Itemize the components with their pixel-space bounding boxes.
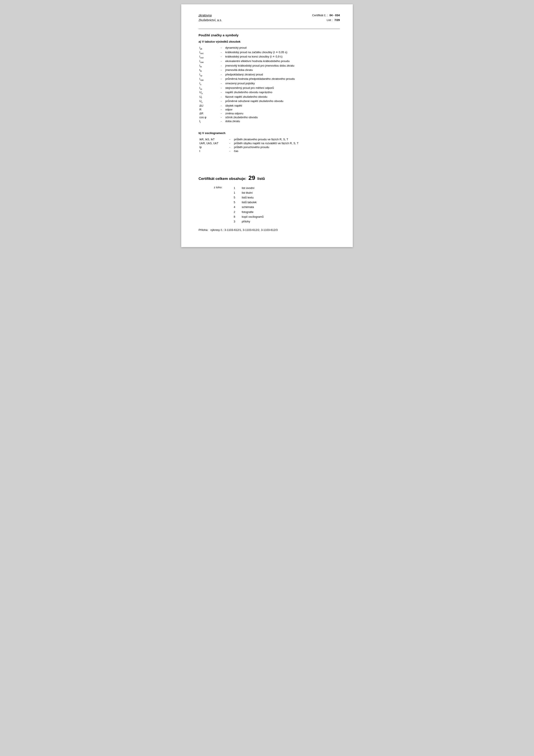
dash-cell: - (227, 145, 233, 149)
cert-details: z toho: 11554283 list úvodnílist titulní… (207, 186, 340, 224)
dash-cell: - (218, 90, 224, 95)
table-row: Icw2-krátkodobý proud na konci zkoušky (… (198, 55, 340, 59)
dash-cell: - (218, 95, 224, 99)
dash-cell: - (227, 149, 233, 153)
detail-text: list titulní (242, 190, 285, 195)
detail-number: 5 (229, 200, 235, 205)
dash-cell: - (218, 68, 224, 73)
dash-cell: - (218, 99, 224, 104)
priloha-value: výkresy č.: 3-1103-612/1, 3-1103-612/2, … (210, 228, 278, 231)
section-b: b) V oscilogramech IkR, IkS, IkT-průběh … (198, 131, 340, 153)
table-row: Icp-předpokládaný zkratový proud (198, 72, 340, 77)
description-cell: krátkodobý proud na začátku zkoušky (t ≐… (224, 50, 340, 55)
symbol-cell: Ipk (198, 46, 218, 50)
table-row: Ua-napětí zkušebního obvodu naprázdno (198, 90, 340, 95)
description-cell: průběh zkratového proudu ve fázích R, S,… (233, 137, 340, 141)
symbol-cell: UkR, UkS, UkT (198, 141, 227, 145)
description-cell: účiník zkušebního obvodu (224, 116, 340, 119)
document-page: zkratovna Zkušebnictví, a.s. Certifikát … (181, 4, 353, 247)
dash-cell: - (218, 55, 224, 59)
detail-text: schémata (242, 205, 285, 209)
symbol-cell: ΔR (198, 112, 218, 116)
table-row: UkR, UkS, UkT-průběh úbytku napětí na ro… (198, 141, 340, 145)
cert-total-number: 29 (248, 175, 255, 181)
header-cert-info: Certifikát č. : 04 - 034 List : 7/29 (312, 13, 340, 22)
description-cell: jmenovitá doba zkratu (224, 68, 340, 73)
dash-cell: - (218, 119, 224, 124)
table-row: Uf-fázové napětí zkušebního obvodu (198, 95, 340, 99)
from-that-label: z toho: (207, 186, 222, 224)
symbol-cell: tth (198, 68, 218, 73)
symbol-cell: Icw2 (198, 55, 218, 59)
description-cell: úbytek napětí (224, 104, 340, 108)
cert-total-unit: listů (257, 176, 265, 181)
detail-text: fotografie (242, 210, 285, 214)
details-texts: list úvodnílist titulnílistů textulistů … (242, 186, 285, 224)
symbol-cell: IkR, IkS, IkT (198, 137, 227, 141)
table-row: Icw1-krátkodobý proud na začátku zkoušky… (198, 50, 340, 55)
symbol-cell: ti (198, 119, 218, 124)
symbol-cell: Icwe (198, 59, 218, 64)
detail-text: list úvodní (242, 186, 285, 190)
dash-cell: - (218, 108, 224, 112)
symbol-cell: cos φ (198, 116, 218, 119)
symbol-cell: Icw1 (198, 50, 218, 55)
table-row: Ip-průběh poruchového proudu (198, 145, 340, 149)
description-cell: průběh úbytku napětí na rozváděči ve fáz… (233, 141, 340, 145)
description-cell: napětí zkušebního obvodu naprázdno (224, 90, 340, 95)
priloha-label: Příloha: (198, 228, 208, 231)
description-cell: průběh poruchového proudu (233, 145, 340, 149)
cert-total-label: Certifikát celkem obsahuje: (198, 176, 246, 181)
symbol-cell: Ith (198, 64, 218, 68)
table-row: ΔR-změna odporu (198, 112, 340, 116)
table-row: ti-doba zkratu (198, 119, 340, 124)
dash-cell: - (227, 137, 233, 141)
dash-cell: - (218, 116, 224, 119)
symbol-cell: t (198, 149, 227, 153)
dash-cell: - (218, 64, 224, 68)
description-cell: omezený proud pojistky (224, 82, 340, 86)
symbol-cell: Uf (198, 95, 218, 99)
header-company: zkratovna Zkušebnictví, a.s. (198, 13, 222, 23)
table-row: IkR, IkS, IkT-průběh zkratového proudu v… (198, 137, 340, 141)
detail-number: 5 (229, 195, 235, 200)
dash-cell: - (218, 112, 224, 116)
description-cell: dynamický proud (224, 46, 340, 50)
dash-cell: - (218, 72, 224, 77)
details-numbers: 11554283 (229, 186, 235, 224)
cert-total-line: Certifikát celkem obsahuje: 29 listů (198, 175, 340, 181)
description-cell: čas (233, 149, 340, 153)
description-cell: změna odporu (224, 112, 340, 116)
table-row: Ith-jmenovitý krátkodobý proud pro jmeno… (198, 64, 340, 68)
table-row: Io-omezený proud pojistky (198, 82, 340, 86)
table-row: Ipk-dynamický proud (198, 46, 340, 50)
table-row: Icwe-ekvivalentní efektivní hodnota krát… (198, 59, 340, 64)
table-row: t-čas (198, 149, 340, 153)
symbol-cell: R (198, 108, 218, 112)
table-row: Icpφ-průměrná hodnota předpokládaného zk… (198, 77, 340, 82)
detail-text: listů tabulek (242, 200, 285, 205)
detail-number: 4 (229, 205, 235, 209)
table-row: tth-jmenovitá doba zkratu (198, 68, 340, 73)
priloha-row: Příloha: výkresy č.: 3-1103-612/1, 3-110… (198, 228, 340, 231)
description-cell: stejnosměrný proud pro měření odporů (224, 86, 340, 90)
table-row: R-odpor (198, 108, 340, 112)
dash-cell: - (218, 77, 224, 82)
symbol-cell: Us (198, 99, 218, 104)
detail-number: 1 (229, 186, 235, 190)
detail-text: listů textu (242, 195, 285, 200)
dash-cell: - (218, 46, 224, 50)
symbol-cell: Ip (198, 145, 227, 149)
table-row: cos φ-účiník zkušebního obvodu (198, 116, 340, 119)
description-cell: fázové napětí zkušebního obvodu (224, 95, 340, 99)
detail-number: 3 (229, 219, 235, 224)
description-cell: doba zkratu (224, 119, 340, 124)
section-b-title: b) V oscilogramech (198, 131, 340, 135)
page-title: Použité značky a symboly (198, 33, 340, 37)
cert-label: Certifikát č. : (312, 13, 328, 18)
description-cell: odpor (224, 108, 340, 112)
detail-number: 2 (229, 210, 235, 214)
company-name-italic: zkratovna (198, 13, 222, 18)
dash-cell: - (227, 141, 233, 145)
symbols-table-a: Ipk-dynamický proudIcw1-krátkodobý proud… (198, 46, 340, 124)
